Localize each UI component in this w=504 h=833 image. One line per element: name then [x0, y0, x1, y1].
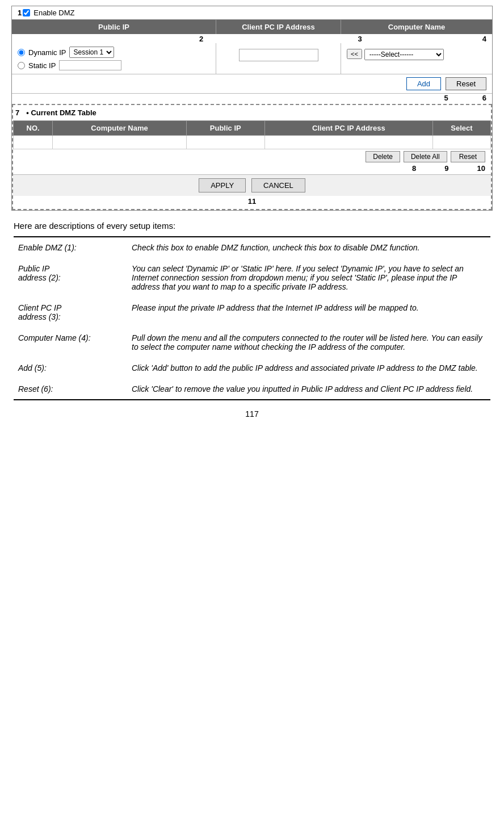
desc-text-5: Click 'Add' button to add the public IP …: [127, 358, 490, 379]
desc-term-2: Public IP address (2):: [14, 258, 127, 298]
current-dmz-title: Current DMZ Table: [22, 106, 101, 119]
desc-text-1: Check this box to enable DMZ function, u…: [127, 237, 490, 258]
number-10: 10: [477, 164, 485, 173]
input-row: Dynamic IP Session 1 Session 2 Static IP…: [12, 43, 492, 74]
page-number: 117: [14, 409, 490, 418]
cell-empty-2: [53, 136, 187, 149]
number-9: 9: [444, 164, 448, 173]
cancel-button[interactable]: CANCEL: [251, 178, 305, 192]
column-headers: Public IP Client PC IP Address Computer …: [12, 20, 492, 34]
number-2: 2: [199, 35, 203, 43]
desc-row-6: Reset (6): Click 'Clear' to remove the v…: [14, 379, 490, 400]
number-11: 11: [248, 197, 256, 206]
apply-cancel-row: APPLY CANCEL: [13, 174, 491, 196]
desc-term-6: Reset (6):: [14, 379, 127, 400]
desc-text-4: Pull down the menu and all the computers…: [127, 328, 490, 358]
apply-button[interactable]: APPLY: [199, 178, 246, 192]
dynamic-ip-radio[interactable]: [18, 49, 25, 56]
delete-button[interactable]: Delete: [366, 151, 400, 162]
desc-row-2: Public IP address (2): You can select 'D…: [14, 258, 490, 298]
cell-empty-3: [186, 136, 264, 149]
desc-term-4: Computer Name (4):: [14, 328, 127, 358]
number-5: 5: [444, 94, 448, 102]
dmz-table-section: 7 Current DMZ Table NO. Computer Name Pu…: [12, 104, 492, 210]
desc-text-6: Click 'Clear' to remove the value you in…: [127, 379, 490, 400]
desc-row-3: Client PC IP address (3): Please input t…: [14, 298, 490, 328]
add-button[interactable]: Add: [406, 77, 441, 90]
desc-row-4: Computer Name (4): Pull down the menu an…: [14, 328, 490, 358]
add-reset-wrapper: Add Reset 5 6: [12, 74, 492, 104]
number-7: 7: [15, 108, 19, 117]
cell-empty-4: [264, 136, 432, 149]
desc-text-2: You can select 'Dynamic IP' or 'Static I…: [127, 258, 490, 298]
description-intro: Here are descriptions of every setup ite…: [14, 221, 490, 231]
th-no: NO.: [14, 121, 53, 136]
enable-dmz-label: Enable DMZ: [33, 9, 74, 17]
description-table: Enable DMZ (1): Check this box to enable…: [14, 236, 490, 400]
number-8: 8: [412, 164, 416, 173]
reset-button-1[interactable]: Reset: [446, 77, 486, 90]
header-client-ip: Client PC IP Address: [216, 20, 341, 34]
add-reset-row: Add Reset: [12, 74, 492, 94]
th-client-ip: Client PC IP Address: [264, 121, 432, 136]
description-section: Here are descriptions of every setup ite…: [11, 221, 493, 418]
th-select: Select: [433, 121, 491, 136]
dmz-panel: 1 Enable DMZ Public IP Client PC IP Addr…: [11, 6, 493, 211]
delete-all-button[interactable]: Delete All: [404, 151, 447, 162]
computer-name-select[interactable]: -----Select------: [364, 49, 444, 60]
desc-term-5: Add (5):: [14, 358, 127, 379]
number-3: 3: [358, 35, 362, 43]
dmz-table: NO. Computer Name Public IP Client PC IP…: [13, 120, 491, 149]
client-ip-input[interactable]: [239, 49, 318, 61]
static-ip-input[interactable]: [59, 60, 121, 70]
th-public-ip: Public IP: [186, 121, 264, 136]
desc-text-3: Please input the private IP address that…: [127, 298, 490, 328]
static-ip-radio[interactable]: [18, 62, 25, 69]
th-computer-name: Computer Name: [53, 121, 187, 136]
enable-dmz-row: 1 Enable DMZ: [12, 6, 492, 20]
computer-name-section: << -----Select------: [341, 43, 492, 74]
reset-button-2[interactable]: Reset: [451, 151, 485, 162]
static-ip-row: Static IP: [18, 60, 210, 70]
arrow-button[interactable]: <<: [347, 49, 362, 59]
cell-empty-5: [433, 136, 491, 149]
number-1: 1: [18, 9, 22, 17]
session-select[interactable]: Session 1 Session 2: [69, 47, 114, 58]
header-computer-name: Computer Name: [341, 20, 492, 34]
dynamic-ip-row: Dynamic IP Session 1 Session 2: [18, 47, 210, 58]
number-6: 6: [482, 94, 486, 102]
client-ip-section: [216, 43, 341, 74]
enable-dmz-checkbox[interactable]: [23, 9, 30, 16]
desc-term-3: Client PC IP address (3):: [14, 298, 127, 328]
public-ip-section: Dynamic IP Session 1 Session 2 Static IP: [12, 43, 216, 74]
dynamic-ip-label: Dynamic IP: [28, 48, 66, 57]
number-11-label: 11: [13, 196, 491, 209]
desc-term-1: Enable DMZ (1):: [14, 237, 127, 258]
cell-empty-1: [14, 136, 53, 149]
table-row: [14, 136, 491, 149]
header-public-ip: Public IP: [12, 20, 216, 34]
number-4: 4: [482, 35, 486, 43]
desc-row-1: Enable DMZ (1): Check this box to enable…: [14, 237, 490, 258]
desc-row-5: Add (5): Click 'Add' button to add the p…: [14, 358, 490, 379]
static-ip-label: Static IP: [28, 61, 56, 70]
